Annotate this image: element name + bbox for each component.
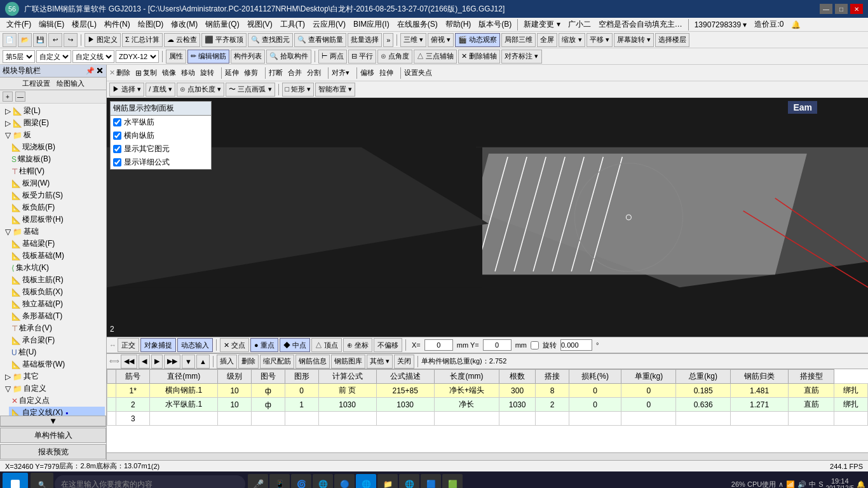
table-cell[interactable]: 0 (569, 384, 621, 398)
tree-item-others[interactable]: ▷📁其它 (1, 370, 105, 383)
table-cell[interactable]: 净长+端头 (434, 384, 499, 398)
x-input[interactable] (424, 339, 453, 351)
snap-dynamic[interactable]: 动态输入 (177, 338, 213, 352)
table-cell[interactable]: 1030 (376, 398, 434, 412)
table-cell[interactable]: 0 (285, 384, 318, 398)
rebar-checkbox-transverse[interactable]: 横向纵筋 (111, 129, 211, 142)
tb3-split-label[interactable]: 分割 (307, 68, 321, 78)
tree-item-slab-strip[interactable]: 📐楼层板带(H) (9, 214, 105, 226)
table-cell[interactable] (676, 412, 731, 426)
line-type-select[interactable]: 自定义线 (72, 50, 114, 63)
tb-properties[interactable]: 属性 (166, 50, 186, 64)
tb3-align-label[interactable]: 对齐▾ (332, 68, 349, 78)
tree-item-cast-slab[interactable]: 📐现浇板(B) (9, 141, 105, 153)
rebar-lib-btn[interactable]: 钢筋图库 (331, 355, 365, 369)
tb-pan[interactable]: 平移 ▾ (587, 33, 613, 47)
table-cell[interactable]: 直筋 (789, 384, 834, 398)
table-cell[interactable] (434, 412, 499, 426)
table-cell[interactable] (621, 412, 676, 426)
tree-collapse-btn[interactable]: — (15, 92, 25, 102)
tb-open[interactable]: 📂 (18, 33, 32, 47)
tree-item-isolated-found[interactable]: 📐独立基础(P) (9, 298, 105, 310)
tb-3d[interactable]: 三维 ▾ (400, 33, 426, 47)
menu-tools[interactable]: 工具(T) (276, 18, 309, 31)
tb-point-angle[interactable]: ⊙ 点角度 (377, 50, 412, 64)
rebar-nav-down[interactable]: ▼ (182, 355, 195, 369)
rebar-close-btn[interactable]: 关闭 (394, 355, 414, 369)
tree-item-sump[interactable]: ⟨集水坑(K) (9, 262, 105, 274)
menu-file[interactable]: 文件(F) (3, 18, 35, 31)
start-button[interactable] (3, 473, 28, 488)
taskbar-notification[interactable]: 🔔 (857, 480, 865, 489)
tb-dynamic-obs[interactable]: 🎬 动态观察 (455, 33, 500, 47)
tb3-rotate-label[interactable]: 旋转 (200, 68, 214, 78)
tree-item-slab-hole[interactable]: 📐板洞(W) (9, 177, 105, 189)
tree-item-custom-point[interactable]: ✕自定义点 (9, 395, 105, 407)
tree-item-foundation-beam[interactable]: 📐基础梁(F) (9, 238, 105, 250)
rebar-delete-btn[interactable]: 删除 (238, 355, 259, 369)
maximize-button[interactable]: □ (835, 4, 848, 14)
table-cell[interactable] (569, 412, 621, 426)
tb-summary[interactable]: Σ 汇总计算 (122, 33, 163, 47)
snap-object[interactable]: 对象捕捉 (140, 338, 176, 352)
rebar-other-btn[interactable]: 其他 ▾ (367, 355, 393, 369)
table-cell[interactable]: 0 (621, 384, 676, 398)
table-cell[interactable]: 绑扎 (834, 398, 868, 412)
tb-two-points[interactable]: ⊢ 两点 (318, 50, 347, 64)
snap-coordinate[interactable]: ⊕ 坐标 (343, 338, 372, 352)
taskbar-app4[interactable]: 🔵 (334, 474, 355, 488)
taskbar-app8[interactable]: 🟦 (421, 474, 441, 488)
canvas-area[interactable]: 钢筋显示控制面板 水平纵筋 横向纵筋 显示其它图元 显示详细公式 2 Eam (107, 98, 868, 337)
tb-find-element[interactable]: 🔍 查找图元 (248, 33, 293, 47)
tb-delete-aux[interactable]: ✕ 删除辅轴 (458, 50, 500, 64)
menu-view[interactable]: 视图(V) (243, 18, 276, 31)
tb-select-floor[interactable]: 选择楼层 (655, 33, 689, 47)
draw-3pt-arc[interactable]: 〜 三点画弧 ▾ (226, 83, 275, 97)
table-cell[interactable]: ф (252, 384, 285, 398)
tb3-merge-label[interactable]: 合并 (288, 68, 302, 78)
tb3-strike-label[interactable]: 打断 (269, 68, 283, 78)
taskbar-mic[interactable]: 🎤 (248, 474, 268, 488)
taskbar-app6[interactable]: 📁 (377, 474, 398, 488)
tb-align-top[interactable]: ⬛ 平齐板顶 (201, 33, 247, 47)
tb-define[interactable]: ▶ 图定义 (85, 33, 121, 47)
tree-item-custom-line[interactable]: 📐自定义线(X)▪ (9, 407, 105, 416)
scroll-down-btn[interactable]: ▼ (0, 416, 106, 426)
table-cell[interactable] (318, 412, 376, 426)
minimize-button[interactable]: — (820, 4, 832, 14)
menu-guangxiao[interactable]: 广小二 (564, 18, 595, 31)
tb-align-mark[interactable]: 对齐标注 ▾ (501, 50, 541, 64)
rebar-checkbox-horizontal[interactable]: 水平纵筋 (111, 116, 211, 129)
tree-item-pile[interactable]: U桩(U) (9, 346, 105, 358)
tree-item-pile-cap[interactable]: ⊤桩承台(V) (9, 322, 105, 334)
tree-item-cap-beam[interactable]: 📐承台梁(F) (9, 334, 105, 346)
panel-pin[interactable]: 📌 🗙 (86, 67, 104, 75)
table-cell[interactable] (218, 412, 252, 426)
tb-batch-select[interactable]: 批量选择 (348, 33, 382, 47)
floor-select[interactable]: 第5层 (3, 50, 35, 63)
type-select[interactable]: 自定义 (36, 50, 71, 63)
tb-parallel[interactable]: ⊟ 平行 (348, 50, 376, 64)
tree-item-ring-beam[interactable]: ▷📐圈梁(E) (1, 117, 105, 129)
tree-item-raft-found[interactable]: 📐筏板基础(M) (9, 250, 105, 262)
taskbar-app7[interactable]: 🌐 (399, 474, 419, 488)
snap-no-offset[interactable]: 不偏移 (374, 338, 402, 352)
table-scroll-h[interactable] (107, 452, 868, 460)
menu-phone[interactable]: 13907298339 ▾ (691, 19, 751, 30)
tb3-copy-label[interactable]: 复制 (143, 68, 157, 78)
rotate-input[interactable] (560, 339, 592, 351)
single-component-btn[interactable]: 单构件输入 (0, 428, 106, 443)
table-cell[interactable]: 1 (285, 398, 318, 412)
tree-item-column-cap[interactable]: ⊤柱帽(V) (9, 165, 105, 177)
zdyx-select[interactable]: ZDYX-12 (116, 50, 159, 63)
rebar-nav-up[interactable]: ▲ (196, 355, 210, 369)
menu-component[interactable]: 构件(N) (100, 18, 134, 31)
rebar-nav-last[interactable]: ▶▶ (164, 355, 180, 369)
tb3-delete-label[interactable]: 删除 (116, 68, 130, 78)
tb-edit-rebar[interactable]: ✏ 编辑钢筋 (187, 50, 229, 64)
menu-edit[interactable]: 编辑(E) (35, 18, 68, 31)
taskbar-app9[interactable]: 🟩 (442, 474, 463, 488)
rebar-insert-btn[interactable]: 插入 (217, 355, 237, 369)
rebar-checkbox-other[interactable]: 显示其它图元 (111, 142, 211, 156)
table-cell[interactable] (499, 412, 536, 426)
